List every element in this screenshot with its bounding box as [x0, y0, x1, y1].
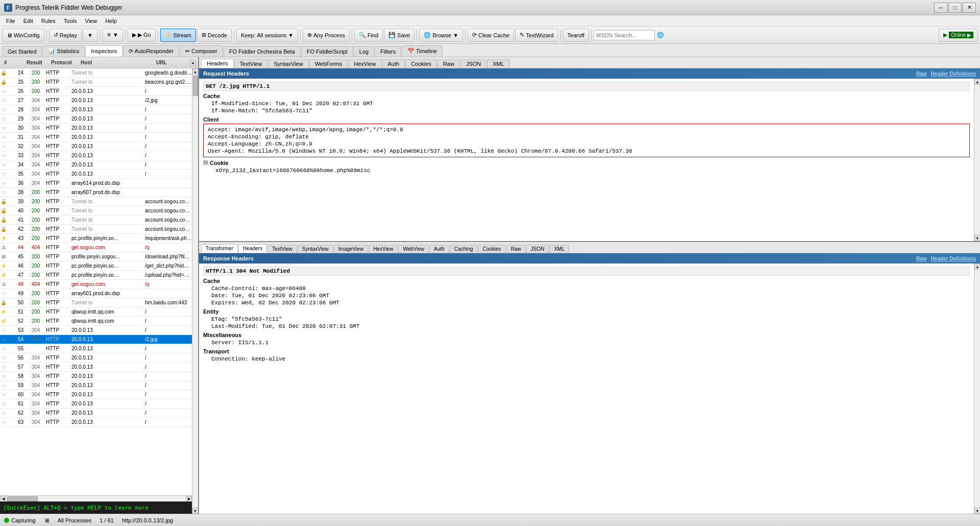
resp-tab-webview[interactable]: WebView: [398, 245, 429, 253]
scroll-up-arrow[interactable]: ▲: [190, 60, 196, 66]
insp-tab-auth[interactable]: Auth: [382, 59, 405, 68]
table-row[interactable]: 🔒 40 200 HTTP Tunnel to account.sogou.co…: [0, 206, 192, 216]
insp-tab-raw[interactable]: Raw: [437, 59, 460, 68]
table-row[interactable]: ◇ 63 304 HTTP 20.0.0.13 /: [0, 418, 192, 427]
resp-tab-xml[interactable]: XML: [549, 245, 569, 253]
close-button[interactable]: ✕: [963, 3, 976, 13]
table-row[interactable]: ⚡ 43 200 HTTP pc.profile.pinyin.so... /e…: [0, 234, 192, 243]
maximize-button[interactable]: □: [948, 3, 962, 13]
insp-tab-webforms[interactable]: WebForms: [309, 59, 348, 68]
resp-tab-auth[interactable]: Auth: [429, 245, 449, 253]
table-row[interactable]: 🔒 24 200 HTTP Tunnel to googleads.g.doub…: [0, 68, 192, 78]
any-process-button[interactable]: ⊕ Any Process: [303, 29, 350, 42]
request-raw-link[interactable]: Raw: [916, 71, 927, 77]
table-row[interactable]: ◇ 57 304 HTTP 20.0.0.13 /: [0, 363, 192, 372]
table-row[interactable]: ⚡ 46 200 HTTP pc.profile.pinyin.so... /g…: [0, 261, 192, 271]
tab-timeline[interactable]: 📅 Timeline: [402, 45, 443, 57]
scroll-bottom-button[interactable]: ▼: [192, 508, 199, 514]
table-row[interactable]: ◇ 31 304 HTTP 20.0.0.13 /: [0, 133, 192, 142]
table-row[interactable]: ◇ 27 304 HTTP 20.0.0.13 /2.jpg: [0, 96, 192, 105]
table-row[interactable]: ◇ 28 304 HTTP 20.0.0.13 /: [0, 105, 192, 114]
save-button[interactable]: 💾 Save: [384, 29, 414, 42]
resp-tab-caching[interactable]: Caching: [450, 245, 478, 253]
req-scroll-up[interactable]: ▲: [974, 79, 980, 85]
resp-scroll-up[interactable]: ▲: [974, 264, 980, 270]
tab-get-started[interactable]: Get Started: [2, 46, 42, 57]
tab-fiddler-orchestra[interactable]: FO Fiddler Orchestra Beta: [224, 46, 301, 57]
req-scroll-down[interactable]: ▼: [974, 235, 980, 241]
table-row[interactable]: ◇ 38 200 HTTP array607.prod.do.dsp: [0, 188, 192, 197]
menu-help[interactable]: Help: [101, 17, 121, 25]
scroll-vertical-thumb[interactable]: [193, 76, 198, 96]
table-row[interactable]: ◇ 56 304 HTTP 20.0.0.13 /: [0, 353, 192, 363]
tearoff-button[interactable]: Tearoff: [563, 29, 589, 42]
insp-tab-json[interactable]: JSON: [460, 59, 486, 68]
winconfig-button[interactable]: 🖥 WinConfig: [2, 29, 44, 42]
table-row[interactable]: 🔒 50 200 HTTP Tunnel to hm.baidu.com:443: [0, 298, 192, 307]
table-row[interactable]: ⚡ 51 200 HTTP qbwup.imtt.qq.com /: [0, 307, 192, 317]
insp-tab-headers[interactable]: Headers: [201, 59, 234, 68]
resp-tab-headers[interactable]: Headers: [238, 244, 267, 253]
table-row[interactable]: ◇ 59 304 HTTP 20.0.0.13 /: [0, 381, 192, 390]
table-row[interactable]: ◇ 61 304 HTTP 20.0.0.13 /: [0, 399, 192, 409]
scroll-horizontal-thumb[interactable]: [7, 496, 38, 501]
x-dropdown-button[interactable]: ✕ ▼: [102, 29, 123, 42]
table-row[interactable]: 🔒 41 200 HTTP Tunnel to account.sogou.co…: [0, 216, 192, 225]
table-row[interactable]: 🔒 25 200 HTTP Tunnel to beacons.gcp.gvt2…: [0, 78, 192, 87]
menu-rules[interactable]: Rules: [37, 17, 60, 25]
table-row[interactable]: 🔒 39 200 HTTP Tunnel to account.sogou.co…: [0, 197, 192, 206]
resp-tab-syntaxview[interactable]: SyntaxView: [298, 245, 333, 253]
tab-log[interactable]: Log: [354, 46, 374, 57]
table-row[interactable]: ◇ 58 304 HTTP 20.0.0.13 /: [0, 372, 192, 381]
resp-tab-json[interactable]: JSON: [526, 245, 549, 253]
response-raw-link[interactable]: Raw: [916, 256, 927, 261]
menu-tools[interactable]: Tools: [60, 17, 81, 25]
insp-tab-textview[interactable]: TextView: [234, 59, 268, 68]
menu-view[interactable]: View: [81, 17, 102, 25]
insp-tab-syntaxview[interactable]: SyntaxView: [268, 59, 308, 68]
scroll-right-button[interactable]: ▶: [186, 496, 192, 502]
resp-tab-textview[interactable]: TextView: [267, 245, 297, 253]
scroll-top-button[interactable]: ▲: [192, 68, 199, 75]
tab-inspectors[interactable]: Inspectors: [85, 45, 122, 57]
tab-filters[interactable]: Filters: [375, 46, 401, 57]
table-row[interactable]: ◇ 29 304 HTTP 20.0.0.13 /: [0, 114, 192, 124]
table-row[interactable]: ◇ 34 304 HTTP 20.0.0.13 /: [0, 160, 192, 170]
text-wizard-button[interactable]: ✎ TextWizard: [515, 29, 558, 42]
table-row[interactable]: ◇ 36 304 HTTP array614.prod.do.dsp: [0, 179, 192, 188]
resp-tab-cookies[interactable]: Cookies: [478, 245, 506, 253]
stream-button[interactable]: ⚡ Stream: [160, 29, 196, 42]
browse-button[interactable]: 🌐 Browse ▼: [419, 29, 463, 42]
replay-button[interactable]: ↺ Replay: [49, 29, 82, 42]
resp-tab-imageview[interactable]: ImageView: [334, 245, 368, 253]
scroll-left-button[interactable]: ◀: [0, 496, 6, 502]
table-row[interactable]: ⚡ 52 200 HTTP qbwup.imtt.qq.com /: [0, 317, 192, 326]
col-header-num[interactable]: #: [2, 59, 20, 66]
resp-tab-hexview[interactable]: HexView: [369, 245, 398, 253]
table-row[interactable]: ⚡ 47 200 HTTP pc.profile.pinyin.so... /u…: [0, 271, 192, 280]
tab-statistics[interactable]: 📊 Statistics: [42, 45, 85, 57]
table-row[interactable]: ◇ 35 304 HTTP 20.0.0.13 /: [0, 170, 192, 179]
table-row[interactable]: 🔒 42 200 HTTP Tunnel to account.sogou.co…: [0, 225, 192, 234]
table-row[interactable]: ⚠ 48 404 HTTP get.sogou.com /q: [0, 280, 192, 289]
online-button[interactable]: ▶ Online ▶: [939, 29, 978, 42]
table-row[interactable]: ◇ 26 200 HTTP 20.0.0.13 /: [0, 87, 192, 96]
table-row[interactable]: ◇ 33 304 HTTP 20.0.0.13 /: [0, 151, 192, 160]
minimize-button[interactable]: ─: [934, 3, 947, 13]
insp-tab-cookies[interactable]: Cookies: [405, 59, 437, 68]
col-header-url[interactable]: URL: [154, 59, 186, 66]
resp-scroll-down[interactable]: ▼: [974, 508, 980, 514]
table-row[interactable]: ◇ 49 200 HTTP array601.prod.do.dsp: [0, 289, 192, 298]
find-button[interactable]: 🔍 Find: [354, 29, 383, 42]
replay-dropdown-button[interactable]: ▼: [83, 29, 97, 42]
table-row[interactable]: ⚠ 44 404 HTTP get.sogou.com /q: [0, 243, 192, 252]
tab-autoresponder[interactable]: ⟳ AutoResponder: [123, 45, 179, 57]
go-button[interactable]: ▶ ▶ Go: [128, 29, 156, 42]
resp-tab-raw[interactable]: Raw: [506, 245, 526, 253]
response-header-def-link[interactable]: Header Definitions: [931, 256, 976, 261]
decode-button[interactable]: ⊞ Decode: [197, 29, 232, 42]
table-row[interactable]: ◇ 55 HTTP 20.0.0.13 /: [0, 344, 192, 353]
col-header-result[interactable]: Result: [24, 59, 45, 66]
keep-sessions-button[interactable]: Keep: All sessions ▼: [236, 29, 298, 42]
resp-tab-transformer[interactable]: Transformer: [201, 244, 238, 253]
